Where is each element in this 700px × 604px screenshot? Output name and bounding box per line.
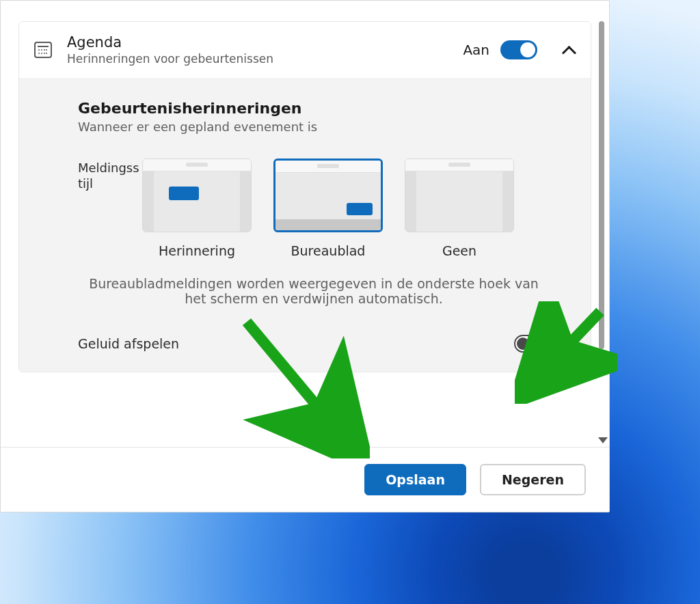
vertical-scrollbar[interactable] — [599, 21, 604, 349]
play-sound-label: Geluid afspelen — [78, 336, 179, 351]
option-desktop-preview — [273, 159, 383, 232]
option-reminder[interactable]: Herinnering — [142, 159, 252, 258]
ignore-button[interactable]: Negeren — [480, 464, 586, 495]
agenda-status-label: Aan — [463, 42, 489, 58]
notification-style-options: Herinnering Bureaublad — [142, 159, 514, 258]
notification-style-label: Meldingsstijl — [78, 159, 142, 258]
modal-content: Agenda Herinneringen voor gebeurtenissen… — [1, 1, 609, 447]
agenda-section: Agenda Herinneringen voor gebeurtenissen… — [18, 21, 591, 372]
scroll-down-icon[interactable] — [598, 437, 608, 443]
save-button[interactable]: Opslaan — [364, 464, 466, 495]
agenda-section-header[interactable]: Agenda Herinneringen voor gebeurtenissen… — [19, 22, 591, 78]
agenda-subtitle: Herinneringen voor gebeurtenissen — [67, 52, 463, 66]
agenda-title: Agenda — [67, 34, 463, 51]
notification-style-row: Meldingsstijl Herinnering — [78, 159, 550, 258]
play-sound-toggle[interactable] — [514, 335, 550, 353]
option-reminder-label: Herinnering — [142, 243, 252, 258]
play-sound-row: Geluid afspelen — [78, 335, 550, 353]
option-reminder-preview — [142, 159, 252, 232]
modal-footer: Opslaan Negeren — [1, 447, 609, 512]
calendar-icon — [34, 42, 52, 58]
notification-style-helper: Bureaubladmeldingen worden weergegeven i… — [78, 276, 550, 306]
chevron-up-icon[interactable] — [562, 43, 576, 57]
option-desktop-label: Bureaublad — [273, 243, 383, 258]
option-none-label: Geen — [405, 243, 514, 258]
agenda-header-text: Agenda Herinneringen voor gebeurtenissen — [67, 34, 463, 66]
event-reminders-subtitle: Wanneer er een gepland evenement is — [78, 120, 550, 134]
agenda-section-body: Gebeurtenisherinneringen Wanneer er een … — [19, 78, 591, 372]
event-reminders-title: Gebeurtenisherinneringen — [78, 100, 550, 117]
option-desktop[interactable]: Bureaublad — [273, 159, 383, 258]
option-none[interactable]: Geen — [405, 159, 514, 258]
settings-modal: Agenda Herinneringen voor gebeurtenissen… — [0, 0, 610, 512]
agenda-toggle[interactable] — [500, 40, 537, 59]
option-none-preview — [405, 159, 514, 232]
